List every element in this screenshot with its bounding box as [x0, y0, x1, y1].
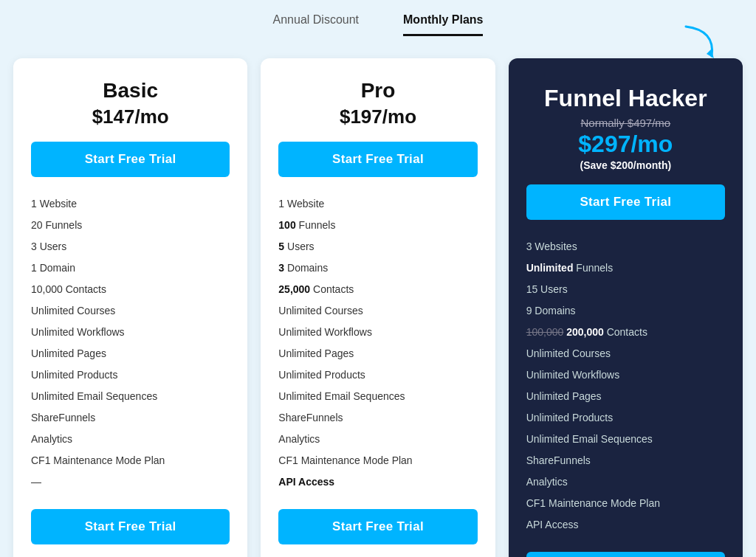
list-item: Unlimited Email Sequences	[526, 429, 725, 450]
list-item: 9 Domains	[526, 300, 725, 322]
list-item: CF1 Maintenance Mode Plan	[526, 493, 725, 514]
list-item: 3 Websites	[526, 236, 725, 257]
fh-cta-bottom[interactable]: Start Free Trial	[526, 552, 725, 557]
basic-features-list: 1 Website 20 Funnels 3 Users 1 Domain 10…	[31, 193, 230, 493]
fh-featured-price: $297/mo	[526, 131, 725, 158]
list-item: 20 Funnels	[31, 215, 230, 236]
list-item: —	[31, 471, 230, 493]
pro-cta-top[interactable]: Start Free Trial	[278, 142, 477, 177]
list-item: Unlimited Products	[526, 407, 725, 429]
list-item: Unlimited Courses	[278, 300, 477, 322]
fh-plan-name: Funnel Hacker	[526, 85, 725, 112]
pro-features-list: 1 Website 100 Funnels 5 Users 3 Domains …	[278, 193, 477, 493]
tab-annual[interactable]: Annual Discount	[273, 13, 360, 36]
list-item: CF1 Maintenance Mode Plan	[278, 450, 477, 471]
basic-plan-price: $147/mo	[31, 105, 230, 128]
plan-card-basic: Basic $147/mo Start Free Trial 1 Website…	[13, 58, 247, 557]
fh-save-label: (Save $200/month)	[526, 159, 725, 171]
list-item: 15 Users	[526, 279, 725, 300]
list-item: 1 Website	[31, 193, 230, 215]
list-item: ShareFunnels	[31, 407, 230, 429]
fh-features-list: 3 Websites Unlimited Funnels 15 Users 9 …	[526, 236, 725, 536]
list-item: 3 Domains	[278, 257, 477, 279]
list-item: ShareFunnels	[526, 450, 725, 471]
plan-card-pro: Pro $197/mo Start Free Trial 1 Website 1…	[261, 58, 495, 557]
list-item: Unlimited Products	[278, 364, 477, 386]
list-item: Unlimited Email Sequences	[278, 386, 477, 407]
basic-cta-bottom[interactable]: Start Free Trial	[31, 509, 230, 544]
basic-cta-top[interactable]: Start Free Trial	[31, 142, 230, 177]
list-item: Analytics	[31, 429, 230, 450]
list-item: ShareFunnels	[278, 407, 477, 429]
list-item: Unlimited Funnels	[526, 257, 725, 279]
list-item: Analytics	[278, 429, 477, 450]
list-item: Unlimited Workflows	[31, 322, 230, 343]
arrow-decoration	[678, 23, 719, 63]
list-item: 100,000 200,000 Contacts	[526, 322, 725, 343]
pro-plan-price: $197/mo	[278, 105, 477, 128]
fh-cta-top[interactable]: Start Free Trial	[526, 184, 725, 220]
list-item: 25,000 Contacts	[278, 279, 477, 300]
list-item: Unlimited Pages	[278, 343, 477, 364]
list-item: 10,000 Contacts	[31, 279, 230, 300]
basic-plan-name: Basic	[31, 79, 230, 103]
list-item: Analytics	[526, 471, 725, 493]
fh-normal-price: Normally $497/mo	[526, 117, 725, 129]
list-item: Unlimited Courses	[526, 343, 725, 364]
tab-monthly[interactable]: Monthly Plans	[403, 13, 483, 36]
pro-plan-name: Pro	[278, 79, 477, 103]
page-wrapper: Annual Discount Monthly Plans Basic $147…	[0, 0, 756, 557]
list-item: 1 Website	[278, 193, 477, 215]
plan-card-funnel-hacker: Funnel Hacker Normally $497/mo $297/mo (…	[509, 58, 743, 557]
list-item: API Access	[526, 514, 725, 536]
list-item: API Access	[278, 471, 477, 493]
list-item: Unlimited Workflows	[526, 364, 725, 386]
tabs-bar: Annual Discount Monthly Plans	[7, 0, 749, 36]
plans-grid: Basic $147/mo Start Free Trial 1 Website…	[7, 58, 749, 557]
list-item: CF1 Maintenance Mode Plan	[31, 450, 230, 471]
list-item: Unlimited Email Sequences	[31, 386, 230, 407]
list-item: Unlimited Courses	[31, 300, 230, 322]
list-item: 100 Funnels	[278, 215, 477, 236]
list-item: 5 Users	[278, 236, 477, 257]
list-item: 3 Users	[31, 236, 230, 257]
pro-cta-bottom[interactable]: Start Free Trial	[278, 509, 477, 544]
list-item: Unlimited Workflows	[278, 322, 477, 343]
list-item: 1 Domain	[31, 257, 230, 279]
list-item: Unlimited Products	[31, 364, 230, 386]
list-item: Unlimited Pages	[526, 386, 725, 407]
list-item: Unlimited Pages	[31, 343, 230, 364]
